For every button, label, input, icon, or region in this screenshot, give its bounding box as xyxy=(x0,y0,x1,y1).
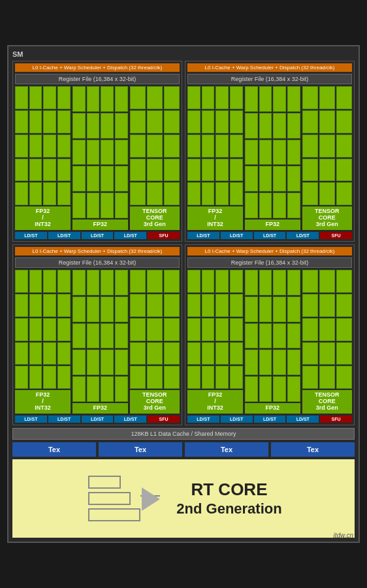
quadrant-3-inner: FP32/INT32 FP32 xyxy=(15,270,180,414)
tex-3: Tex xyxy=(185,442,268,457)
ldst-1: LD/ST xyxy=(15,232,47,239)
quadrant-4-inner: FP32/INT32 FP32 xyxy=(187,270,352,414)
l1-cache-bar: 128KB L1 Data Cache / Shared Memory xyxy=(12,428,355,440)
quadrant-2-inner: FP32/INT32 FP32 xyxy=(187,86,352,230)
rt-triangle xyxy=(142,487,160,511)
bottom-row-3: LD/ST LD/ST LD/ST LD/ST SFU xyxy=(15,416,180,423)
tensor-col-1: TENSORCORE3rd Gen xyxy=(130,86,180,230)
sm-label: SM xyxy=(12,50,355,58)
tex-1: Tex xyxy=(12,442,96,457)
rt-diagram xyxy=(85,469,163,528)
quadrants-grid: L0 I-Cache + Warp Scheduler + Dispatch (… xyxy=(12,61,355,425)
rt-core-subtitle: 2nd Generation xyxy=(176,500,281,517)
rt-core-title: RT CORE xyxy=(176,480,281,500)
rt-core-section: RT CORE 2nd Generation xyxy=(12,459,355,538)
bottom-row-2: LD/ST LD/ST LD/ST LD/ST SFU xyxy=(187,232,352,239)
l0-cache-2: L0 I-Cache + Warp Scheduler + Dispatch (… xyxy=(187,63,352,72)
fp32-col-1: FP32 xyxy=(72,86,128,230)
quadrant-1-inner: FP32/INT32 FP32 xyxy=(15,86,180,230)
quadrant-1: L0 I-Cache + Warp Scheduler + Dispatch (… xyxy=(12,61,182,242)
ldst-4: LD/ST xyxy=(114,232,146,239)
fp32-int32-col-2: FP32/INT32 xyxy=(187,86,243,230)
rt-box1 xyxy=(88,476,121,489)
ldst-3: LD/ST xyxy=(82,232,114,239)
register-file-4: Register File (16,384 x 32-bit) xyxy=(187,257,352,268)
tensor-grid-1 xyxy=(130,86,180,205)
bottom-row-4: LD/ST LD/ST LD/ST LD/ST SFU xyxy=(187,416,352,423)
fp32-int32-label-1: FP32/INT32 xyxy=(15,206,71,230)
tex-4: Tex xyxy=(271,442,355,457)
sfu-1: SFU xyxy=(148,232,180,239)
quadrant-3: L0 I-Cache + Warp Scheduler + Dispatch (… xyxy=(12,244,182,425)
fp32-label-1: FP32 xyxy=(72,220,128,230)
rt-box2 xyxy=(88,492,131,505)
register-file-3: Register File (16,384 x 32-bit) xyxy=(15,257,180,268)
quadrant-2: L0 I-Cache + Warp Scheduler + Dispatch (… xyxy=(185,61,355,242)
tex-row: Tex Tex Tex Tex xyxy=(12,442,355,457)
bottom-row-1: LD/ST LD/ST LD/ST LD/ST SFU xyxy=(15,232,180,239)
ldst-2: LD/ST xyxy=(48,232,80,239)
rt-core-text: RT CORE 2nd Generation xyxy=(176,480,281,517)
fp32-int32-col-1: FP32/INT32 xyxy=(15,86,71,230)
quadrant-4: L0 I-Cache + Warp Scheduler + Dispatch (… xyxy=(185,244,355,425)
tex-2: Tex xyxy=(99,442,182,457)
sm-container: SM L0 I-Cache + Warp Scheduler + Dispatc… xyxy=(7,45,360,543)
tensor-col-2: TENSORCORE3rd Gen xyxy=(302,86,352,230)
rt-box3 xyxy=(88,508,140,521)
fp32-col-2: FP32 xyxy=(245,86,300,230)
tensor-label-1: TENSORCORE3rd Gen xyxy=(130,206,180,230)
register-file-2: Register File (16,384 x 32-bit) xyxy=(187,74,352,84)
l0-cache-3: L0 I-Cache + Warp Scheduler + Dispatch (… xyxy=(15,247,180,255)
register-file-1: Register File (16,384 x 32-bit) xyxy=(15,74,180,84)
fp32-int32-grid-1 xyxy=(15,86,71,205)
l0-cache-1: L0 I-Cache + Warp Scheduler + Dispatch (… xyxy=(15,63,180,72)
l0-cache-4: L0 I-Cache + Warp Scheduler + Dispatch (… xyxy=(187,247,352,255)
watermark: itdw.cn xyxy=(333,532,353,539)
fp32-grid-1 xyxy=(72,86,128,218)
